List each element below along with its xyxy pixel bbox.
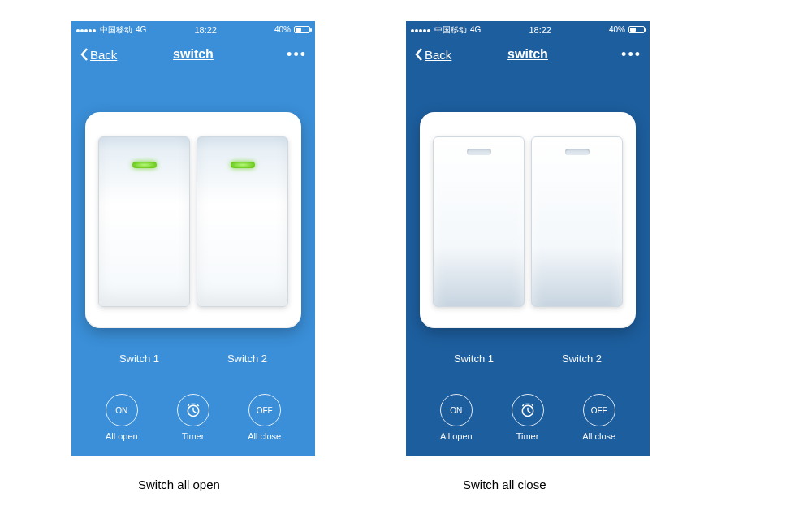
more-button[interactable]: ••• xyxy=(287,46,307,63)
chevron-left-icon xyxy=(414,47,423,62)
timer-icon xyxy=(512,394,544,426)
battery-pct: 40% xyxy=(609,25,625,34)
clock: 18:22 xyxy=(194,25,217,35)
switch-2-label: Switch 2 xyxy=(193,352,301,365)
switch-plate xyxy=(85,112,301,328)
all-open-label: All open xyxy=(440,431,473,441)
timer-button[interactable]: Timer xyxy=(177,394,209,441)
all-close-label: All close xyxy=(582,431,615,441)
network-label: 4G xyxy=(136,25,146,34)
indicator-off-icon xyxy=(565,149,590,155)
chevron-left-icon xyxy=(80,47,89,62)
indicator-on-icon xyxy=(231,162,255,168)
on-icon: ON xyxy=(106,394,138,426)
battery-icon xyxy=(628,26,645,33)
indicator-on-icon xyxy=(132,162,157,168)
battery-icon xyxy=(294,26,310,33)
back-button[interactable]: Back xyxy=(80,47,117,62)
signal-dots-icon xyxy=(411,25,431,34)
gang-switch-1[interactable] xyxy=(98,136,190,307)
gang-switch-1[interactable] xyxy=(433,136,525,307)
bottom-actions: ON All open Timer OFF All close xyxy=(71,394,315,441)
switch-1-label: Switch 1 xyxy=(420,352,528,365)
switch-labels: Switch 1 Switch 2 xyxy=(420,352,636,365)
carrier-label: 中国移动 xyxy=(100,24,132,36)
clock: 18:22 xyxy=(529,25,551,35)
bottom-actions: ON All open Timer OFF All close xyxy=(406,394,650,441)
off-icon: OFF xyxy=(248,394,281,426)
caption-close: Switch all close xyxy=(463,478,546,491)
signal-dots-icon xyxy=(76,25,97,34)
timer-label: Timer xyxy=(516,431,539,441)
gang-switch-2[interactable] xyxy=(531,136,623,307)
status-bar: 中国移动 4G 18:22 40% xyxy=(71,21,315,37)
indicator-off-icon xyxy=(467,149,491,155)
battery-pct: 40% xyxy=(274,25,291,34)
network-label: 4G xyxy=(470,25,481,34)
status-bar: 中国移动 4G 18:22 40% xyxy=(406,21,650,37)
switch-plate xyxy=(420,112,636,328)
back-label: Back xyxy=(90,48,117,62)
caption-open: Switch all open xyxy=(138,478,220,491)
carrier-label: 中国移动 xyxy=(434,24,467,36)
timer-icon xyxy=(177,394,209,426)
all-open-label: All open xyxy=(106,431,138,441)
phone-screen-open: 中国移动 4G 18:22 40% Back switch ••• xyxy=(71,21,315,456)
page-title: switch xyxy=(173,47,214,62)
all-close-button[interactable]: OFF All close xyxy=(582,394,615,441)
nav-bar: Back switch ••• xyxy=(71,37,315,71)
phone-screen-close: 中国移动 4G 18:22 40% Back switch ••• xyxy=(406,21,650,456)
nav-bar: Back switch ••• xyxy=(406,37,650,71)
off-icon: OFF xyxy=(583,394,615,426)
timer-label: Timer xyxy=(182,431,205,441)
page-title: switch xyxy=(508,47,548,62)
more-button[interactable]: ••• xyxy=(621,46,641,63)
back-button[interactable]: Back xyxy=(414,47,451,62)
switch-2-label: Switch 2 xyxy=(528,352,636,365)
all-close-label: All close xyxy=(248,431,281,441)
switch-1-label: Switch 1 xyxy=(85,352,193,365)
all-open-button[interactable]: ON All open xyxy=(440,394,473,441)
back-label: Back xyxy=(425,48,451,62)
all-open-button[interactable]: ON All open xyxy=(106,394,138,441)
timer-button[interactable]: Timer xyxy=(512,394,544,441)
switch-labels: Switch 1 Switch 2 xyxy=(85,352,301,365)
gang-switch-2[interactable] xyxy=(197,136,288,307)
on-icon: ON xyxy=(440,394,473,426)
all-close-button[interactable]: OFF All close xyxy=(248,394,281,441)
